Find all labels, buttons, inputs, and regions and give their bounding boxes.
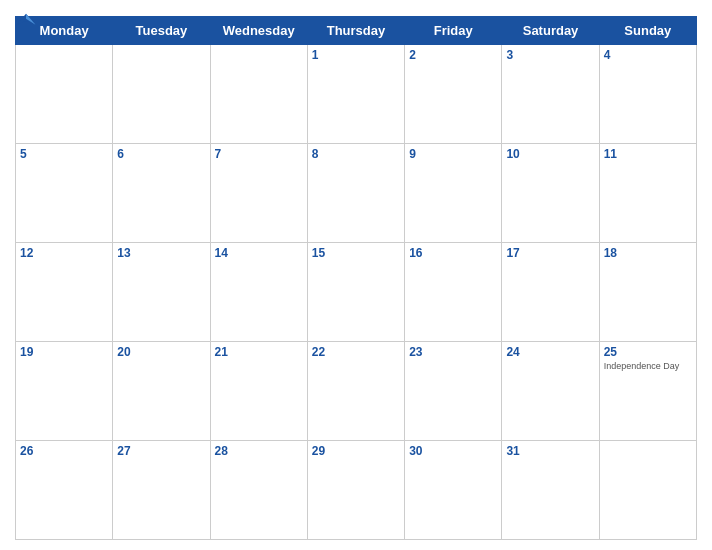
calendar-cell: 5 bbox=[16, 144, 113, 243]
calendar-cell: 18 bbox=[599, 243, 696, 342]
day-number: 13 bbox=[117, 246, 205, 260]
calendar-cell: 29 bbox=[307, 441, 404, 540]
day-number: 4 bbox=[604, 48, 692, 62]
day-number: 26 bbox=[20, 444, 108, 458]
day-number: 1 bbox=[312, 48, 400, 62]
calendar-cell: 3 bbox=[502, 45, 599, 144]
calendar-cell: 23 bbox=[405, 342, 502, 441]
day-number: 23 bbox=[409, 345, 497, 359]
calendar-cell: 16 bbox=[405, 243, 502, 342]
day-number: 21 bbox=[215, 345, 303, 359]
day-number: 5 bbox=[20, 147, 108, 161]
calendar-cell: 19 bbox=[16, 342, 113, 441]
day-number: 6 bbox=[117, 147, 205, 161]
calendar-cell: 8 bbox=[307, 144, 404, 243]
day-number: 25 bbox=[604, 345, 692, 359]
calendar-cell: 7 bbox=[210, 144, 307, 243]
calendar-cell: 25Independence Day bbox=[599, 342, 696, 441]
calendar-cell: 26 bbox=[16, 441, 113, 540]
week-row-2: 567891011 bbox=[16, 144, 697, 243]
calendar-cell: 15 bbox=[307, 243, 404, 342]
day-number: 14 bbox=[215, 246, 303, 260]
calendar-cell: 17 bbox=[502, 243, 599, 342]
day-number: 18 bbox=[604, 246, 692, 260]
logo bbox=[15, 10, 39, 32]
day-number: 12 bbox=[20, 246, 108, 260]
calendar-cell bbox=[210, 45, 307, 144]
weekday-header-thursday: Thursday bbox=[307, 17, 404, 45]
day-number: 29 bbox=[312, 444, 400, 458]
weekday-header-wednesday: Wednesday bbox=[210, 17, 307, 45]
day-number: 24 bbox=[506, 345, 594, 359]
weekday-header-saturday: Saturday bbox=[502, 17, 599, 45]
calendar-cell: 11 bbox=[599, 144, 696, 243]
calendar-cell bbox=[599, 441, 696, 540]
calendar-cell bbox=[113, 45, 210, 144]
week-row-1: 1234 bbox=[16, 45, 697, 144]
calendar-cell: 21 bbox=[210, 342, 307, 441]
calendar-cell: 10 bbox=[502, 144, 599, 243]
calendar-cell: 4 bbox=[599, 45, 696, 144]
calendar-cell: 28 bbox=[210, 441, 307, 540]
calendar-cell: 1 bbox=[307, 45, 404, 144]
calendar-cell: 20 bbox=[113, 342, 210, 441]
calendar-cell: 13 bbox=[113, 243, 210, 342]
svg-marker-1 bbox=[26, 14, 36, 25]
logo-bird-icon bbox=[15, 10, 37, 32]
day-number: 7 bbox=[215, 147, 303, 161]
week-row-3: 12131415161718 bbox=[16, 243, 697, 342]
day-number: 11 bbox=[604, 147, 692, 161]
calendar-cell: 14 bbox=[210, 243, 307, 342]
day-number: 9 bbox=[409, 147, 497, 161]
day-number: 17 bbox=[506, 246, 594, 260]
calendar-cell: 2 bbox=[405, 45, 502, 144]
day-number: 28 bbox=[215, 444, 303, 458]
calendar-cell: 30 bbox=[405, 441, 502, 540]
holiday-label: Independence Day bbox=[604, 361, 692, 372]
calendar-cell: 31 bbox=[502, 441, 599, 540]
weekday-header-friday: Friday bbox=[405, 17, 502, 45]
calendar-cell: 9 bbox=[405, 144, 502, 243]
weekday-header-row: MondayTuesdayWednesdayThursdayFridaySatu… bbox=[16, 17, 697, 45]
weekday-header-sunday: Sunday bbox=[599, 17, 696, 45]
calendar-cell bbox=[16, 45, 113, 144]
day-number: 19 bbox=[20, 345, 108, 359]
week-row-5: 262728293031 bbox=[16, 441, 697, 540]
calendar-container: MondayTuesdayWednesdayThursdayFridaySatu… bbox=[0, 0, 712, 550]
day-number: 30 bbox=[409, 444, 497, 458]
day-number: 8 bbox=[312, 147, 400, 161]
day-number: 3 bbox=[506, 48, 594, 62]
week-row-4: 19202122232425Independence Day bbox=[16, 342, 697, 441]
day-number: 2 bbox=[409, 48, 497, 62]
day-number: 16 bbox=[409, 246, 497, 260]
day-number: 22 bbox=[312, 345, 400, 359]
day-number: 20 bbox=[117, 345, 205, 359]
calendar-cell: 6 bbox=[113, 144, 210, 243]
day-number: 31 bbox=[506, 444, 594, 458]
calendar-cell: 12 bbox=[16, 243, 113, 342]
weekday-header-tuesday: Tuesday bbox=[113, 17, 210, 45]
day-number: 27 bbox=[117, 444, 205, 458]
calendar-cell: 24 bbox=[502, 342, 599, 441]
calendar-cell: 22 bbox=[307, 342, 404, 441]
calendar-table: MondayTuesdayWednesdayThursdayFridaySatu… bbox=[15, 16, 697, 540]
day-number: 15 bbox=[312, 246, 400, 260]
day-number: 10 bbox=[506, 147, 594, 161]
calendar-cell: 27 bbox=[113, 441, 210, 540]
